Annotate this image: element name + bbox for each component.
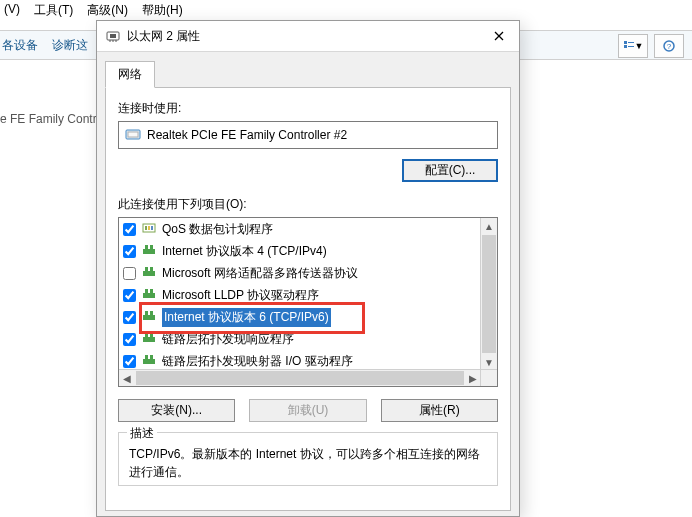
- svg-rect-24: [150, 267, 153, 271]
- svg-rect-1: [628, 42, 634, 43]
- protocol-icon: [142, 265, 156, 282]
- list-item[interactable]: 链路层拓扑发现映射器 I/O 驱动程序: [119, 350, 481, 370]
- menu-help[interactable]: 帮助(H): [142, 2, 183, 19]
- svg-rect-34: [143, 359, 155, 364]
- svg-rect-28: [143, 315, 155, 320]
- scroll-thumb-horizontal[interactable]: [136, 371, 464, 385]
- item-checkbox[interactable]: [123, 311, 136, 324]
- scroll-up-icon[interactable]: ▲: [481, 218, 497, 234]
- install-button[interactable]: 安装(N)...: [118, 399, 235, 422]
- list-item[interactable]: 链路层拓扑发现响应程序: [119, 328, 481, 350]
- horizontal-scrollbar[interactable]: ◀ ▶: [119, 369, 481, 386]
- list-item[interactable]: Internet 协议版本 4 (TCP/IPv4): [119, 240, 481, 262]
- svg-rect-18: [151, 226, 153, 230]
- adapter-field[interactable]: Realtek PCIe FE Family Controller #2: [118, 121, 498, 149]
- dialog-title: 以太网 2 属性: [127, 28, 485, 45]
- protocol-icon: [142, 221, 156, 238]
- svg-text:?: ?: [667, 42, 672, 51]
- svg-rect-2: [624, 45, 627, 48]
- bg-toolbar-item-2[interactable]: 诊断这: [52, 37, 88, 54]
- svg-rect-7: [110, 34, 116, 38]
- items-list: QoS 数据包计划程序Internet 协议版本 4 (TCP/IPv4)Mic…: [118, 217, 498, 387]
- list-item[interactable]: QoS 数据包计划程序: [119, 218, 481, 240]
- uninstall-button: 卸载(U): [249, 399, 366, 422]
- item-label: Internet 协议版本 4 (TCP/IPv4): [162, 242, 481, 261]
- svg-rect-21: [150, 245, 153, 249]
- svg-rect-22: [143, 271, 155, 276]
- configure-button[interactable]: 配置(C)...: [402, 159, 498, 182]
- svg-rect-17: [148, 226, 150, 230]
- svg-rect-29: [145, 311, 148, 315]
- view-options-button[interactable]: ▼: [618, 34, 648, 58]
- svg-rect-32: [145, 333, 148, 337]
- protocol-icon: [142, 353, 156, 370]
- item-label: 链路层拓扑发现响应程序: [162, 330, 481, 349]
- menu-advanced[interactable]: 高级(N): [87, 2, 128, 19]
- svg-rect-33: [150, 333, 153, 337]
- title-bar: 以太网 2 属性: [97, 21, 519, 52]
- vertical-scrollbar[interactable]: ▲ ▼: [480, 218, 497, 370]
- scroll-down-icon[interactable]: ▼: [481, 354, 497, 370]
- items-label: 此连接使用下列项目(O):: [118, 196, 498, 213]
- list-item[interactable]: Microsoft LLDP 协议驱动程序: [119, 284, 481, 306]
- tab-panel: 连接时使用: Realtek PCIe FE Family Controller…: [105, 87, 511, 511]
- close-icon: [494, 31, 504, 41]
- svg-rect-0: [624, 41, 627, 44]
- bg-toolbar-item-1[interactable]: 各设备: [2, 37, 38, 54]
- svg-rect-30: [150, 311, 153, 315]
- svg-rect-36: [150, 355, 153, 359]
- svg-rect-20: [145, 245, 148, 249]
- protocol-icon: [142, 331, 156, 348]
- protocol-icon: [142, 309, 156, 326]
- description-legend: 描述: [127, 425, 157, 442]
- item-checkbox[interactable]: [123, 267, 136, 280]
- svg-rect-25: [143, 293, 155, 298]
- item-checkbox[interactable]: [123, 245, 136, 258]
- item-label: Microsoft LLDP 协议驱动程序: [162, 286, 481, 305]
- svg-rect-35: [145, 355, 148, 359]
- svg-rect-23: [145, 267, 148, 271]
- scrollbar-corner: [480, 369, 497, 386]
- help-icon: ?: [663, 40, 675, 52]
- list-icon: [623, 40, 635, 52]
- bg-menu-bar: (V) 工具(T) 高级(N) 帮助(H): [0, 2, 183, 19]
- bg-adapter-fragment: e FE Family Contr: [0, 112, 97, 126]
- protocol-icon: [142, 287, 156, 304]
- ethernet-icon: [105, 28, 121, 44]
- svg-rect-31: [143, 337, 155, 342]
- svg-rect-26: [145, 289, 148, 293]
- scroll-thumb-vertical[interactable]: [482, 235, 496, 353]
- protocol-icon: [142, 243, 156, 260]
- list-item[interactable]: Microsoft 网络适配器多路传送器协议: [119, 262, 481, 284]
- scroll-left-icon[interactable]: ◀: [119, 370, 135, 386]
- svg-rect-14: [128, 132, 138, 137]
- description-text: TCP/IPv6。最新版本的 Internet 协议，可以跨多个相互连接的网络进…: [129, 445, 487, 481]
- help-button[interactable]: ?: [654, 34, 684, 58]
- svg-rect-27: [150, 289, 153, 293]
- scroll-right-icon[interactable]: ▶: [465, 370, 481, 386]
- properties-dialog: 以太网 2 属性 网络 连接时使用: Realtek PCIe FE Famil…: [96, 20, 520, 517]
- item-checkbox[interactable]: [123, 289, 136, 302]
- adapter-name: Realtek PCIe FE Family Controller #2: [147, 128, 347, 142]
- tab-network[interactable]: 网络: [105, 61, 155, 88]
- item-label: Microsoft 网络适配器多路传送器协议: [162, 264, 481, 283]
- menu-tools[interactable]: 工具(T): [34, 2, 73, 19]
- close-button[interactable]: [485, 25, 513, 47]
- item-checkbox[interactable]: [123, 355, 136, 368]
- list-item[interactable]: Internet 协议版本 6 (TCP/IPv6): [119, 306, 481, 328]
- nic-icon: [125, 127, 141, 143]
- connect-using-label: 连接时使用:: [118, 100, 498, 117]
- item-label: Internet 协议版本 6 (TCP/IPv6): [162, 308, 481, 327]
- item-checkbox[interactable]: [123, 223, 136, 236]
- description-group: 描述 TCP/IPv6。最新版本的 Internet 协议，可以跨多个相互连接的…: [118, 432, 498, 486]
- item-label: 链路层拓扑发现映射器 I/O 驱动程序: [162, 352, 481, 371]
- item-label: QoS 数据包计划程序: [162, 220, 481, 239]
- svg-rect-16: [145, 226, 147, 230]
- item-checkbox[interactable]: [123, 333, 136, 346]
- properties-button[interactable]: 属性(R): [381, 399, 498, 422]
- svg-rect-19: [143, 249, 155, 254]
- svg-rect-3: [628, 46, 634, 47]
- menu-view[interactable]: (V): [4, 2, 20, 19]
